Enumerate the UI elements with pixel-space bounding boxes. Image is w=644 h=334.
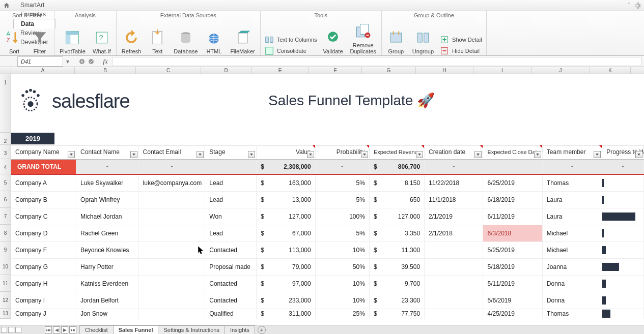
sheet-nav-first[interactable]: ⏮ bbox=[45, 326, 52, 333]
filter-dropdown-button[interactable] bbox=[594, 151, 601, 158]
sheet-tab[interactable]: Sales Funnel bbox=[113, 325, 159, 334]
cell[interactable]: $113,000 bbox=[257, 241, 315, 258]
cell[interactable]: 11/1/2018 bbox=[425, 191, 483, 208]
filter-dropdown-button[interactable] bbox=[197, 151, 204, 158]
cell[interactable] bbox=[425, 241, 483, 258]
row-head[interactable]: 5 bbox=[0, 174, 11, 191]
cell[interactable] bbox=[138, 208, 205, 225]
cell[interactable]: 5/6/2019 bbox=[483, 292, 542, 309]
cell[interactable] bbox=[425, 258, 483, 275]
row-head[interactable]: 2 bbox=[0, 133, 11, 145]
filter-dropdown-button[interactable] bbox=[361, 151, 368, 158]
pivottable-button[interactable]: PivotTable bbox=[59, 27, 87, 55]
cell[interactable]: Michael Jordan bbox=[76, 208, 139, 225]
fx-icon[interactable]: fx bbox=[101, 57, 110, 66]
cell[interactable] bbox=[425, 292, 483, 309]
filter-dropdown-button[interactable] bbox=[416, 151, 423, 158]
filter-dropdown-button[interactable] bbox=[130, 151, 137, 158]
sort-button[interactable]: AZSort bbox=[4, 27, 24, 55]
cell[interactable]: 11/22/2018 bbox=[425, 174, 483, 191]
col-head[interactable]: I bbox=[473, 67, 531, 74]
cell[interactable]: 6/18/2019 bbox=[483, 191, 542, 208]
cell[interactable]: Company B bbox=[11, 191, 76, 208]
cell[interactable] bbox=[138, 258, 205, 275]
col-head[interactable]: A bbox=[11, 67, 75, 74]
table-row[interactable]: Company JJon SnowQualified$311,00025%$77… bbox=[11, 309, 644, 319]
cell[interactable]: 4/25/2019 bbox=[483, 309, 542, 319]
table-row[interactable]: Company FBeyoncé KnowlesContacted$113,00… bbox=[11, 241, 644, 258]
cell[interactable]: $13,000 bbox=[257, 191, 315, 208]
cell[interactable]: Rachel Green bbox=[76, 225, 139, 241]
cell[interactable] bbox=[138, 241, 205, 258]
filter-dropdown-button[interactable] bbox=[635, 151, 642, 158]
sheet-nav-last[interactable]: ⏭ bbox=[69, 326, 76, 333]
col-head[interactable]: B bbox=[75, 67, 136, 74]
cell[interactable]: $11,300 bbox=[369, 241, 424, 258]
filter-dropdown-button[interactable] bbox=[474, 151, 482, 158]
cell[interactable]: $163,000 bbox=[257, 174, 315, 191]
sheet-tab[interactable]: Settings & Instructions bbox=[158, 325, 225, 334]
ungroup-button[interactable]: Ungroup bbox=[411, 27, 435, 55]
hide-detail-button[interactable]: Hide Detail bbox=[440, 46, 482, 55]
whatif-button[interactable]: ?What-If bbox=[92, 27, 112, 55]
col-head[interactable]: G bbox=[362, 67, 416, 74]
confirm-formula-icon[interactable] bbox=[87, 57, 96, 66]
cell[interactable]: Qualified bbox=[205, 309, 257, 319]
sheet-tab[interactable]: Checklist bbox=[79, 325, 114, 334]
table-row[interactable]: Company DRachel GreenLead$67,0005%$3,350… bbox=[11, 225, 644, 241]
text-to-columns-button[interactable]: Text to Columns bbox=[265, 35, 317, 44]
formula-input[interactable] bbox=[112, 57, 642, 66]
add-sheet-button[interactable]: + bbox=[258, 326, 266, 334]
cell[interactable]: 100% bbox=[315, 208, 369, 225]
row-head[interactable]: 8 bbox=[0, 225, 11, 241]
cell[interactable]: 10% bbox=[315, 292, 369, 309]
cell[interactable]: $79,000 bbox=[257, 258, 315, 275]
sheet-nav-next[interactable]: ▶ bbox=[61, 326, 68, 333]
cell[interactable]: Company J bbox=[11, 309, 76, 319]
cell[interactable]: Michael bbox=[542, 241, 602, 258]
filemaker-import-button[interactable]: FileMaker bbox=[229, 27, 256, 55]
name-box[interactable] bbox=[17, 56, 63, 67]
row-head[interactable]: 1 bbox=[0, 74, 11, 133]
cell[interactable]: $39,500 bbox=[369, 258, 424, 275]
cell[interactable]: luke@companya.com bbox=[138, 174, 205, 191]
cell[interactable]: 5% bbox=[315, 174, 369, 191]
col-head[interactable]: H bbox=[416, 67, 473, 74]
cell[interactable]: Donna bbox=[542, 275, 602, 292]
row-head[interactable]: 4 bbox=[0, 159, 11, 174]
cell[interactable]: Won bbox=[205, 208, 257, 225]
refresh-button[interactable]: Refresh bbox=[121, 27, 143, 55]
sheet-nav-prev[interactable]: ◀ bbox=[53, 326, 60, 333]
cell[interactable]: 50% bbox=[315, 258, 369, 275]
cell[interactable]: 6/11/2019 bbox=[483, 208, 542, 225]
spreadsheet-cells[interactable]: salesflare Sales Funnel Template 🚀 2019 … bbox=[11, 74, 644, 319]
cell[interactable]: $311,000 bbox=[257, 309, 315, 319]
cell[interactable]: Contacted bbox=[205, 292, 257, 309]
cell[interactable]: $97,000 bbox=[257, 275, 315, 292]
table-row[interactable]: Company CMichael JordanWon$127,000100%$1… bbox=[11, 208, 644, 225]
row-head[interactable]: 9 bbox=[0, 241, 11, 258]
cell[interactable]: 2/1/2018 bbox=[425, 225, 483, 241]
cell[interactable]: 6/25/2019 bbox=[483, 174, 542, 191]
cell[interactable]: 5/18/2019 bbox=[483, 258, 542, 275]
col-head[interactable]: E bbox=[251, 67, 309, 74]
cell[interactable]: $3,350 bbox=[369, 225, 424, 241]
cell[interactable]: $127,000 bbox=[257, 208, 315, 225]
consolidate-button[interactable]: Consolidate bbox=[265, 46, 317, 55]
cell[interactable]: Lead bbox=[205, 191, 257, 208]
cell[interactable]: Oprah Winfrey bbox=[76, 191, 139, 208]
cell[interactable]: Jordan Belfort bbox=[76, 292, 139, 309]
cell[interactable]: 2/1/2019 bbox=[425, 208, 483, 225]
cell[interactable]: Company D bbox=[11, 225, 76, 241]
cell[interactable]: Laura bbox=[542, 208, 602, 225]
view-mode-icons[interactable] bbox=[1, 327, 21, 333]
row-head[interactable]: 7 bbox=[0, 208, 11, 225]
home-icon[interactable] bbox=[3, 2, 10, 9]
col-head[interactable]: K bbox=[590, 67, 631, 74]
cell[interactable]: $77,750 bbox=[369, 309, 424, 319]
filter-dropdown-button[interactable] bbox=[307, 151, 314, 158]
cell[interactable]: 10% bbox=[315, 241, 369, 258]
cell[interactable]: Company G bbox=[11, 258, 76, 275]
table-row[interactable]: Company GHarry PotterProposal made$79,00… bbox=[11, 258, 644, 275]
cell[interactable]: 6/3/2018 bbox=[483, 225, 542, 241]
